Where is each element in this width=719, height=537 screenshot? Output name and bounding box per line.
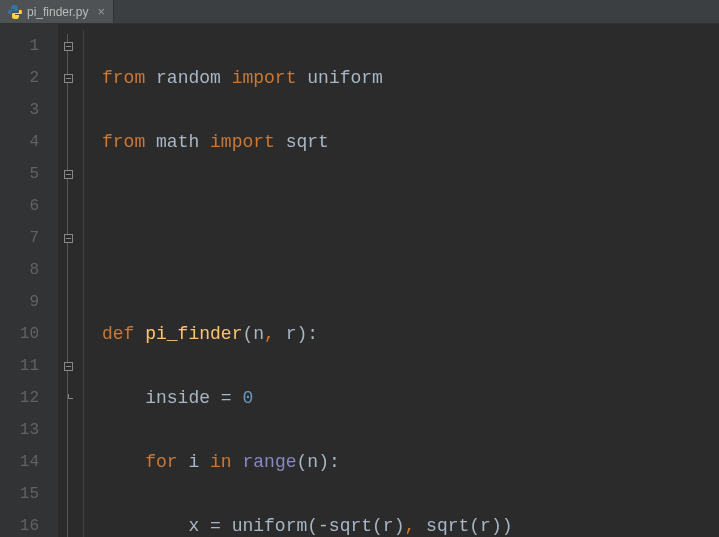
line-number: 9 xyxy=(0,286,57,318)
line-number: 11 xyxy=(0,350,57,382)
line-number: 14 xyxy=(0,446,57,478)
line-number: 10 xyxy=(0,318,57,350)
code-line: inside = 0 xyxy=(102,382,719,414)
tab-bar: pi_finder.py × xyxy=(0,0,719,24)
code-line: def pi_finder(n, r): xyxy=(102,318,719,350)
line-number: 4 xyxy=(0,126,57,158)
fold-marker-icon[interactable] xyxy=(58,30,78,62)
code-line: from random import uniform xyxy=(102,62,719,94)
fold-marker-icon[interactable] xyxy=(58,158,78,190)
indent-guide xyxy=(78,24,102,537)
line-number: 2 xyxy=(0,62,57,94)
line-number: 15 xyxy=(0,478,57,510)
fold-marker-icon[interactable] xyxy=(58,222,78,254)
line-number-gutter: 1 2 3 4 5 6 7 8 9 10 11 12 13 14 15 16 xyxy=(0,24,58,537)
code-line: x = uniform(-sqrt(r), sqrt(r)) xyxy=(102,510,719,537)
python-file-icon xyxy=(8,5,22,19)
fold-marker-icon[interactable] xyxy=(58,350,78,382)
code-content[interactable]: from random import uniform from math imp… xyxy=(102,24,719,537)
fold-marker-icon[interactable] xyxy=(58,62,78,94)
line-number: 5 xyxy=(0,158,57,190)
fold-end-icon[interactable] xyxy=(58,382,78,414)
line-number: 7 xyxy=(0,222,57,254)
code-editor[interactable]: 1 2 3 4 5 6 7 8 9 10 11 12 13 14 15 16 f… xyxy=(0,24,719,537)
line-number: 16 xyxy=(0,510,57,537)
line-number: 8 xyxy=(0,254,57,286)
file-tab[interactable]: pi_finder.py × xyxy=(0,0,114,23)
line-number: 12 xyxy=(0,382,57,414)
line-number: 13 xyxy=(0,414,57,446)
code-line: from math import sqrt xyxy=(102,126,719,158)
code-line xyxy=(102,254,719,286)
code-line xyxy=(102,190,719,222)
close-icon[interactable]: × xyxy=(97,5,105,18)
line-number: 1 xyxy=(0,30,57,62)
fold-column xyxy=(58,24,78,537)
line-number: 3 xyxy=(0,94,57,126)
tab-filename: pi_finder.py xyxy=(27,5,88,19)
code-line: for i in range(n): xyxy=(102,446,719,478)
line-number: 6 xyxy=(0,190,57,222)
